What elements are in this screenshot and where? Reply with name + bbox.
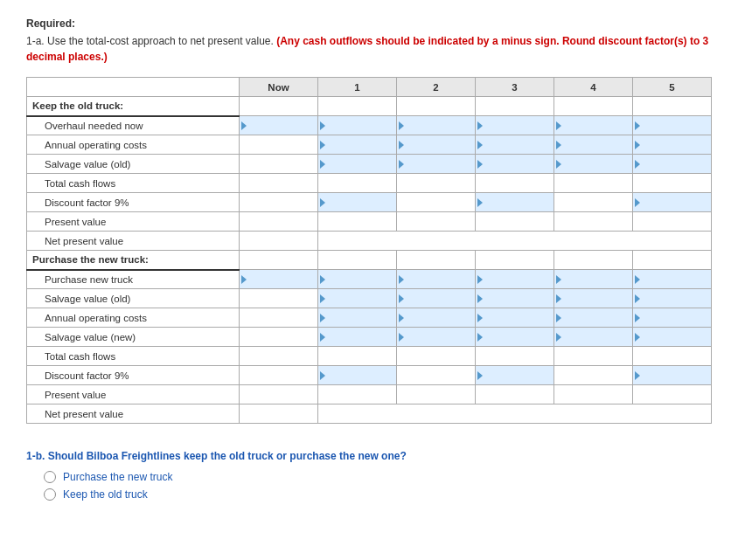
row-salvage2old-2[interactable] bbox=[397, 289, 476, 308]
input-annualop2-1[interactable] bbox=[324, 313, 391, 323]
row-npv2-2 bbox=[397, 404, 476, 424]
input-overhaul-now[interactable] bbox=[245, 121, 312, 131]
row-overhaul-1[interactable] bbox=[318, 116, 397, 135]
input-salvage2new-5[interactable] bbox=[638, 332, 706, 342]
input-discount2-5[interactable] bbox=[638, 370, 706, 381]
radio-purchase-circle[interactable] bbox=[44, 471, 56, 483]
row-overhaul-3[interactable] bbox=[476, 116, 554, 135]
input-salvage2old-4[interactable] bbox=[560, 294, 627, 304]
row-annualop1-3[interactable] bbox=[476, 135, 554, 155]
row-annualop2-2[interactable] bbox=[397, 308, 476, 328]
row-annualop1-2[interactable] bbox=[397, 135, 476, 155]
row-annualop2-5[interactable] bbox=[633, 308, 712, 328]
input-purchasenew-now[interactable] bbox=[245, 274, 312, 285]
row-salvage2old-5[interactable] bbox=[633, 289, 712, 308]
table-row: Net present value bbox=[27, 404, 712, 424]
input-overhaul-4[interactable] bbox=[560, 121, 627, 131]
input-annualop1-4[interactable] bbox=[560, 140, 627, 150]
input-salvage2new-4[interactable] bbox=[560, 332, 627, 342]
input-overhaul-3[interactable] bbox=[481, 121, 548, 131]
row-salvage2new-3[interactable] bbox=[476, 328, 554, 347]
input-annualop1-3[interactable] bbox=[481, 140, 548, 150]
input-discount1-3[interactable] bbox=[481, 197, 548, 208]
input-discount2-1[interactable] bbox=[324, 370, 391, 381]
row-salvage2new-5[interactable] bbox=[633, 328, 712, 347]
input-salvage1-3[interactable] bbox=[481, 159, 548, 169]
row-purchasenew-5[interactable] bbox=[633, 270, 712, 289]
row-discount2-5[interactable] bbox=[633, 366, 712, 385]
row-npv1-1 bbox=[318, 232, 397, 251]
row-discount2-1[interactable] bbox=[318, 366, 397, 385]
row-discount1-1[interactable] bbox=[318, 193, 397, 212]
input-purchasenew-4[interactable] bbox=[560, 274, 627, 285]
row-annualop1-1[interactable] bbox=[318, 135, 397, 155]
main-table: Now 1 2 3 4 5 Keep the old truck: Overha… bbox=[26, 77, 712, 424]
radio-option-purchase[interactable]: Purchase the new truck bbox=[44, 471, 712, 483]
row-overhaul-now[interactable] bbox=[240, 116, 318, 135]
row-overhaul-4[interactable] bbox=[554, 116, 633, 135]
input-salvage2new-3[interactable] bbox=[481, 332, 548, 342]
section1-header-5 bbox=[633, 97, 712, 116]
input-purchasenew-2[interactable] bbox=[402, 274, 470, 285]
row-salvage1-4[interactable] bbox=[554, 155, 633, 174]
row-salvage2old-1[interactable] bbox=[318, 289, 397, 308]
input-annualop2-5[interactable] bbox=[638, 313, 706, 323]
input-salvage1-1[interactable] bbox=[324, 159, 391, 169]
input-overhaul-5[interactable] bbox=[638, 121, 706, 131]
row-purchasenew-1[interactable] bbox=[318, 270, 397, 289]
row-salvage2new-2[interactable] bbox=[397, 328, 476, 347]
input-annualop1-2[interactable] bbox=[402, 140, 470, 150]
input-salvage1-4[interactable] bbox=[560, 159, 627, 169]
row-overhaul-5[interactable] bbox=[633, 116, 712, 135]
col-header-now: Now bbox=[240, 78, 318, 97]
input-overhaul-1[interactable] bbox=[324, 121, 391, 131]
row-discount1-5[interactable] bbox=[633, 193, 712, 212]
input-salvage1-5[interactable] bbox=[638, 159, 706, 169]
row-annualop2-4[interactable] bbox=[554, 308, 633, 328]
row-purchasenew-2[interactable] bbox=[397, 270, 476, 289]
input-salvage2old-5[interactable] bbox=[638, 294, 706, 304]
radio-keep-circle[interactable] bbox=[44, 488, 56, 501]
required-label: Required: bbox=[26, 17, 712, 30]
row-purchasenew-3[interactable] bbox=[476, 270, 554, 289]
input-salvage2old-3[interactable] bbox=[481, 294, 548, 304]
input-salvage2new-2[interactable] bbox=[402, 332, 470, 342]
input-purchasenew-5[interactable] bbox=[638, 274, 706, 285]
radio-option-keep[interactable]: Keep the old truck bbox=[44, 488, 712, 501]
row-salvage2new-now bbox=[240, 328, 318, 347]
row-annualop1-5[interactable] bbox=[633, 135, 712, 155]
input-salvage2old-2[interactable] bbox=[402, 294, 470, 304]
row-salvage1-3[interactable] bbox=[476, 155, 554, 174]
row-discount1-3[interactable] bbox=[476, 193, 554, 212]
row-discount2-3[interactable] bbox=[476, 366, 554, 385]
input-annualop1-1[interactable] bbox=[324, 140, 391, 150]
row-annualop2-1[interactable] bbox=[318, 308, 397, 328]
row-salvage2new-4[interactable] bbox=[554, 328, 633, 347]
input-discount1-5[interactable] bbox=[638, 197, 706, 208]
input-annualop2-4[interactable] bbox=[560, 313, 627, 323]
row-salvage1-1[interactable] bbox=[318, 155, 397, 174]
row-overhaul-2[interactable] bbox=[397, 116, 476, 135]
row-salvage2old-3[interactable] bbox=[476, 289, 554, 308]
input-purchasenew-3[interactable] bbox=[481, 274, 548, 285]
input-annualop1-5[interactable] bbox=[638, 140, 706, 150]
row-purchasenew-4[interactable] bbox=[554, 270, 633, 289]
radio-purchase-label: Purchase the new truck bbox=[63, 471, 172, 483]
input-salvage2new-1[interactable] bbox=[324, 332, 391, 342]
input-purchasenew-1[interactable] bbox=[324, 274, 391, 285]
row-overhaul-label: Overhaul needed now bbox=[27, 116, 240, 135]
row-purchasenew-now[interactable] bbox=[240, 270, 318, 289]
row-annualop1-4[interactable] bbox=[554, 135, 633, 155]
input-discount2-3[interactable] bbox=[481, 370, 548, 381]
input-annualop2-2[interactable] bbox=[402, 313, 470, 323]
row-salvage1-2[interactable] bbox=[397, 155, 476, 174]
input-overhaul-2[interactable] bbox=[402, 121, 470, 131]
input-salvage2old-1[interactable] bbox=[324, 294, 391, 304]
row-salvage2old-4[interactable] bbox=[554, 289, 633, 308]
row-salvage1-5[interactable] bbox=[633, 155, 712, 174]
input-discount1-1[interactable] bbox=[324, 197, 391, 208]
row-salvage2new-1[interactable] bbox=[318, 328, 397, 347]
input-salvage1-2[interactable] bbox=[402, 159, 470, 169]
input-annualop2-3[interactable] bbox=[481, 313, 548, 323]
row-annualop2-3[interactable] bbox=[476, 308, 554, 328]
